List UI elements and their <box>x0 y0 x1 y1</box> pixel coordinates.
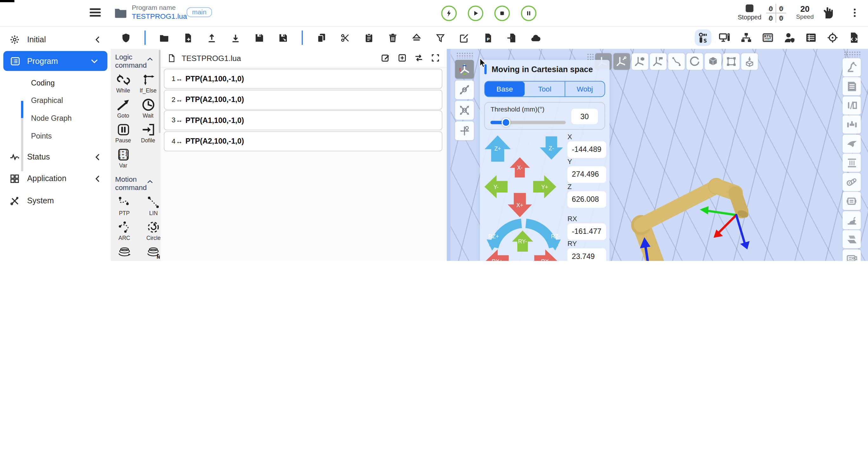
edit-file-icon[interactable] <box>459 32 469 43</box>
command-if-else[interactable]: If_Else <box>135 72 160 96</box>
add-line-icon[interactable] <box>397 53 407 63</box>
user-admin-button[interactable] <box>781 29 798 46</box>
command-ptp[interactable]: PTP <box>111 194 138 219</box>
fullscreen-icon[interactable] <box>431 53 440 63</box>
jog-linear-button[interactable]: Y- <box>483 174 509 200</box>
toolbar-drag-handle[interactable] <box>843 51 860 57</box>
bounding-box-button[interactable] <box>723 53 740 69</box>
cut-icon[interactable] <box>340 32 350 43</box>
program-line[interactable]: 4↔PTP(A2,100,-1,0) <box>164 131 442 151</box>
jog-linear-button[interactable]: X+ <box>506 192 533 219</box>
solid-view-button[interactable] <box>705 53 721 69</box>
spray-gun-button[interactable] <box>843 134 861 153</box>
network-button[interactable] <box>738 29 754 46</box>
viewport-3d[interactable]: MM I/OTPDFTRCM Moving in Cartesian space… <box>451 49 868 261</box>
sidebar-item-application[interactable]: Application <box>0 169 111 188</box>
paste-icon[interactable] <box>364 32 374 43</box>
command-n-spiral[interactable]: NN-Spiral <box>138 244 160 261</box>
sidebar-item-points[interactable]: Points <box>31 127 108 145</box>
program-file-name[interactable]: TESTPROG1.lua <box>132 12 187 21</box>
filter-icon[interactable] <box>435 32 445 43</box>
power-button[interactable] <box>441 5 457 21</box>
coord-input-z[interactable]: 626.008 <box>567 191 606 208</box>
modbus-rtu-button[interactable]: RTUmodbus <box>760 29 776 46</box>
folder-icon[interactable] <box>113 5 128 20</box>
cloud-icon[interactable] <box>530 32 541 43</box>
save-icon[interactable] <box>254 32 265 43</box>
register-table-button[interactable] <box>803 29 819 46</box>
jog-linear-button[interactable]: Y+ <box>532 174 557 200</box>
jog-linear-button[interactable]: Z- <box>538 135 564 161</box>
sidebar-item-system[interactable]: System <box>0 191 111 210</box>
reorder-icon[interactable] <box>414 53 424 63</box>
frame-flange-button[interactable] <box>650 53 666 69</box>
cartesian-jog-button[interactable] <box>455 60 474 79</box>
more-menu-icon[interactable] <box>849 5 860 20</box>
command-pause-cmd[interactable]: Pause <box>111 121 135 146</box>
sidebar-item-status[interactable]: Status <box>0 147 111 166</box>
welding-button[interactable] <box>843 211 861 229</box>
free-move-button[interactable]: M <box>455 101 474 119</box>
sidebar-item-graphical[interactable]: Graphical <box>31 92 108 109</box>
folder-open-icon[interactable] <box>159 32 169 43</box>
command-arc[interactable]: ARC <box>111 219 138 244</box>
jog-joint-button[interactable]: S <box>695 29 711 46</box>
command-lin[interactable]: LIN <box>138 194 160 219</box>
threshold-value[interactable]: 30 <box>571 109 598 124</box>
command-wait[interactable]: Wait <box>135 96 160 121</box>
import-model-button[interactable] <box>741 53 758 69</box>
file-plus-icon[interactable] <box>183 32 193 43</box>
jog-rotary-button[interactable]: RX- <box>533 248 559 261</box>
toolbar-drag-handle[interactable] <box>456 52 472 58</box>
tab-wobj[interactable]: Wobj <box>565 81 604 96</box>
locate-point-button[interactable] <box>455 121 474 140</box>
pause-button[interactable] <box>521 5 536 21</box>
coord-input-rx[interactable]: -161.477 <box>567 223 606 240</box>
copy-icon[interactable] <box>316 32 327 43</box>
press-button[interactable] <box>843 153 861 172</box>
teach-pendant-button[interactable] <box>843 230 861 249</box>
edit-line-icon[interactable] <box>381 53 390 63</box>
shield-icon[interactable] <box>121 32 131 43</box>
program-line[interactable]: 1↔PTP(A1,100,-1,0) <box>164 68 442 89</box>
rotation-circle-button[interactable] <box>686 53 703 69</box>
sidebar-item-node-graph[interactable]: Node Graph <box>31 110 108 127</box>
download-icon[interactable] <box>230 32 241 43</box>
upload-icon[interactable] <box>207 32 217 43</box>
tab-base[interactable]: Base <box>485 81 525 96</box>
frame-tool-button[interactable] <box>614 53 630 69</box>
target-button[interactable] <box>824 29 841 46</box>
command-dofile[interactable]: Dofile <box>135 121 160 146</box>
import-file-icon[interactable] <box>506 32 517 43</box>
coord-input-ry[interactable]: 23.749 <box>567 248 606 261</box>
coord-input-y[interactable]: 274.496 <box>567 166 606 183</box>
sidebar-item-program[interactable]: Program <box>3 51 107 71</box>
single-axis-button[interactable]: M <box>455 80 474 99</box>
file-transfer-button[interactable] <box>846 29 862 46</box>
command-spiral[interactable]: Spiral <box>111 244 138 261</box>
command-circle-cmd[interactable]: Circle <box>138 219 160 244</box>
robot-button[interactable] <box>843 58 861 76</box>
tab-tool[interactable]: Tool <box>525 81 565 96</box>
menu-icon[interactable] <box>90 8 101 18</box>
speed-indicator[interactable]: 20 Speed <box>792 4 818 20</box>
file-p-icon[interactable]: P <box>483 32 493 43</box>
editor-scrollbar[interactable] <box>447 49 451 261</box>
stop-button[interactable] <box>494 5 510 21</box>
jog-rotary-button[interactable]: RY- <box>511 229 534 253</box>
command-var[interactable]: i = 1j = 2k = 3Var <box>111 146 135 171</box>
frame-wobj-button[interactable] <box>631 53 648 69</box>
jog-linear-button[interactable]: Z+ <box>483 134 512 163</box>
program-line[interactable]: 3↔PTP(A1,100,-1,0) <box>164 110 442 130</box>
io-panel-button[interactable] <box>843 96 861 115</box>
report-button[interactable] <box>843 77 861 95</box>
sidebar-item-initial[interactable]: Initial <box>0 30 111 49</box>
jog-rotary-button[interactable]: RX+ <box>484 248 510 261</box>
sidebar-item-coding[interactable]: Coding <box>31 74 108 91</box>
palette-scrollbar[interactable] <box>159 50 161 133</box>
servo-device-button[interactable] <box>843 192 861 210</box>
conveyor-button[interactable] <box>843 173 861 191</box>
threshold-slider[interactable] <box>490 121 565 124</box>
gripper-button[interactable] <box>843 115 861 134</box>
motion-command-header[interactable]: Motion command <box>111 171 157 194</box>
